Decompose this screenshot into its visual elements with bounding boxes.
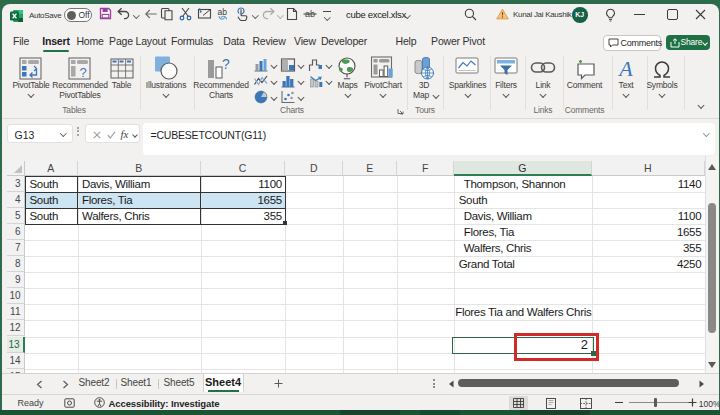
recommended-pivottables-label-line1[interactable]: Recommended [52, 80, 107, 90]
row-header-6[interactable]: 6 [7, 224, 26, 240]
cell-B4[interactable]: Flores, Tia [82, 192, 132, 208]
cell-A4[interactable]: South [30, 192, 59, 208]
enter-icon[interactable] [107, 131, 116, 139]
cell-B3[interactable]: Davis, William [82, 176, 150, 192]
row-header-3[interactable]: 3 [7, 176, 26, 192]
zoom-in-button[interactable] [688, 398, 697, 407]
search-icon[interactable] [464, 8, 477, 21]
row-header-5[interactable]: 5 [7, 208, 26, 224]
view-normal-button[interactable] [509, 396, 528, 410]
treemap-chart-icon[interactable] [281, 58, 296, 72]
column-header-F[interactable]: F [397, 161, 454, 177]
recommended-charts-label-line1[interactable]: Recommended [193, 80, 248, 90]
pivotchart-icon[interactable] [370, 56, 395, 80]
illustrations-icon[interactable] [153, 55, 179, 81]
cell-A5[interactable]: South [30, 208, 59, 224]
add-sheet-button[interactable] [271, 376, 286, 391]
tab-data[interactable]: Data [223, 30, 244, 52]
avatar[interactable]: KJ [572, 7, 588, 23]
cell-G8[interactable]: Grand Total [459, 256, 515, 272]
column-header-H[interactable]: H [592, 161, 705, 177]
column-chart-chevron[interactable] [271, 62, 278, 69]
tab-help[interactable]: Help [396, 30, 417, 52]
tab-formulas[interactable]: Formulas [171, 30, 213, 52]
combo-chart-icon[interactable] [309, 74, 324, 88]
sheet-tab-sheet1[interactable]: Sheet1 [121, 374, 152, 393]
scatter-chart-icon[interactable] [281, 90, 296, 104]
maps-icon[interactable] [335, 56, 359, 81]
sheet-nav-right-icon[interactable] [62, 380, 69, 389]
row-header-10[interactable]: 10 [7, 288, 26, 304]
charts-dialog-launcher[interactable] [397, 108, 404, 115]
cell-H8[interactable]: 4250 [592, 256, 702, 272]
pivottable-icon[interactable] [19, 57, 43, 80]
table-label[interactable]: Table [112, 80, 131, 90]
select-all-corner[interactable] [7, 161, 26, 177]
sheet-tab-sheet5[interactable]: Sheet5 [164, 374, 195, 393]
filters-icon[interactable] [494, 57, 518, 79]
sheet-tab-sheet4-active[interactable]: Sheet4 [203, 374, 244, 392]
zoom-level-label[interactable]: 100% [699, 399, 720, 409]
column-header-C[interactable]: C [201, 161, 286, 177]
macro-record-icon[interactable] [64, 398, 75, 408]
save-icon[interactable] [99, 7, 112, 20]
column-header-E[interactable]: E [343, 161, 397, 177]
cell-G6[interactable]: Flores, Tia [464, 224, 514, 240]
cell-H6[interactable]: 1655 [592, 224, 702, 240]
view-page-break-button[interactable] [580, 398, 592, 409]
row-header-8[interactable]: 8 [7, 256, 26, 272]
hscroll-left-arrow[interactable] [448, 380, 454, 388]
redo-icon[interactable] [262, 7, 276, 21]
row-header-13[interactable]: 13 [7, 337, 26, 353]
document-title[interactable]: cube excel.xlsx [346, 9, 406, 20]
recommended-pivottables-icon[interactable]: ? [68, 57, 92, 80]
column-chart-icon[interactable] [254, 58, 269, 72]
status-accessibility-label[interactable]: Accessibility: Investigate [109, 398, 220, 409]
row-header-4[interactable]: 4 [7, 192, 26, 208]
histogram-chart-chevron[interactable] [298, 78, 305, 85]
row-header-7[interactable]: 7 [7, 240, 26, 256]
tab-power-pivot[interactable]: Power Pivot [431, 30, 485, 52]
close-button[interactable] [695, 9, 706, 20]
maximize-button[interactable] [667, 9, 678, 20]
pivotchart-label[interactable]: PivotChart [364, 80, 402, 90]
tab-developer[interactable]: Developer [321, 30, 367, 52]
cell-C4[interactable]: 1655 [201, 192, 282, 208]
pie-chart-icon[interactable] [254, 90, 269, 104]
maps-label[interactable]: Maps [338, 80, 358, 90]
scatter-chart-chevron[interactable] [298, 94, 305, 101]
accessibility-icon[interactable] [94, 397, 105, 408]
symbols-icon[interactable] [650, 57, 674, 80]
cancel-icon[interactable] [93, 131, 101, 139]
column-header-G[interactable]: G [454, 161, 592, 177]
zoom-slider-thumb[interactable] [654, 398, 658, 407]
hscroll-right-arrow[interactable] [699, 380, 705, 388]
formula-bar-expand-chevron[interactable] [703, 130, 709, 136]
cell-B5[interactable]: Walfers, Chris [82, 208, 150, 224]
comments-button[interactable]: Comments [603, 35, 661, 52]
undo-icon[interactable] [116, 7, 130, 21]
histogram-chart-icon[interactable] [281, 74, 296, 88]
new-comment-icon[interactable] [572, 57, 598, 81]
pivottable-label[interactable]: PivotTable [12, 80, 49, 90]
link-label[interactable]: Link [536, 80, 551, 90]
cell-G11[interactable]: Flores Tia and Walfers Chris [455, 304, 591, 320]
view-page-layout-button[interactable] [545, 398, 557, 409]
column-header-B[interactable]: B [78, 161, 201, 177]
new-document-icon[interactable] [286, 7, 298, 21]
symbols-label[interactable]: Symbols [646, 80, 677, 90]
name-box-chevron[interactable] [60, 130, 66, 136]
insert-function-chevron[interactable] [132, 132, 138, 138]
sheetbar-drag-dots[interactable] [433, 379, 435, 388]
touch-mode-icon[interactable] [236, 7, 249, 21]
map-3d-label-line2[interactable]: Map [413, 90, 429, 100]
text-icon[interactable]: A [614, 57, 638, 80]
formula-bar-drag-dots[interactable] [77, 127, 79, 136]
row-header-9[interactable]: 9 [7, 272, 26, 288]
cell-G3[interactable]: Thompson, Shannon [464, 176, 566, 192]
map-3d-icon[interactable] [412, 56, 436, 81]
tab-home[interactable]: Home [76, 30, 103, 52]
qat-overflow-icon[interactable] [323, 11, 331, 19]
tab-page-layout[interactable]: Page Layout [109, 30, 166, 52]
vscroll-up-arrow[interactable] [708, 164, 716, 170]
